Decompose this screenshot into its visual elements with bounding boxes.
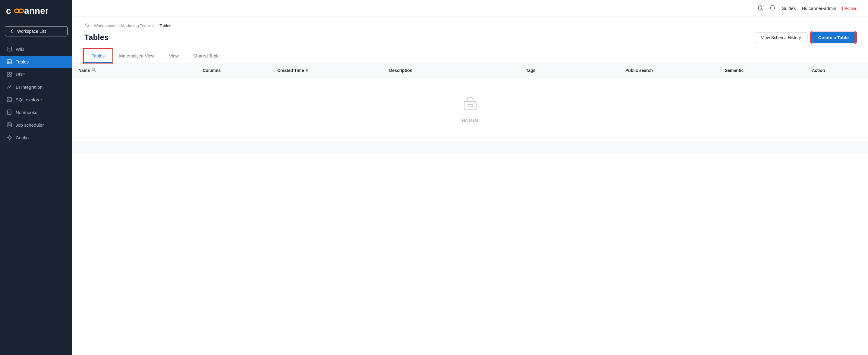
svg-point-28 (9, 137, 10, 138)
guides-link[interactable]: Guides (781, 6, 796, 11)
home-icon[interactable] (84, 23, 89, 29)
col-header-columns: Columns (197, 63, 272, 78)
no-data-row: No Data (72, 78, 868, 141)
workspace-list-button[interactable]: Workspace List (5, 26, 67, 36)
sidebar-item-bi-integration[interactable]: BI Integration (0, 81, 72, 93)
sidebar-item-label: UDF (16, 72, 25, 77)
workspace-btn-label: Workspace List (17, 29, 46, 34)
sidebar: c anner Workspace List Wiki (0, 0, 72, 355)
main-content: Guides Hi, canner-admin Admin / Workspac… (72, 0, 868, 355)
breadcrumb-separator: / (91, 24, 92, 28)
sidebar-item-label: Wiki (16, 47, 24, 52)
udf-icon (7, 72, 12, 77)
table-header: Name Column (72, 63, 868, 78)
user-greeting: Hi, canner-admin (802, 6, 836, 11)
tab-materialized-view[interactable]: Materialized View (112, 49, 161, 63)
job-scheduler-icon (7, 122, 12, 128)
tab-shared-table[interactable]: Shared Table (186, 49, 227, 63)
canner-logo: c anner (6, 5, 48, 16)
sidebar-item-tables[interactable]: Tables (0, 56, 72, 68)
sidebar-item-udf[interactable]: UDF (0, 68, 72, 80)
svg-line-30 (761, 9, 763, 10)
svg-rect-27 (10, 125, 10, 126)
content-area: / Workspaces / Marketing Team / Tables T… (72, 17, 868, 355)
breadcrumb-separator: / (118, 24, 119, 28)
no-data-icon (462, 96, 478, 113)
no-data-container: No Data (79, 96, 862, 123)
data-table: Name Column (72, 63, 868, 141)
svg-text:c: c (6, 6, 11, 15)
page-header: / Workspaces / Marketing Team / Tables T… (72, 17, 868, 49)
table-section: Name Column (72, 63, 868, 153)
breadcrumb-current: Tables (159, 24, 171, 28)
breadcrumb: / Workspaces / Marketing Team / Tables (84, 23, 856, 29)
page-wrapper: / Workspaces / Marketing Team / Tables T… (72, 17, 868, 355)
create-table-button[interactable]: Create a Table (811, 32, 856, 43)
table-body: No Data (72, 78, 868, 141)
sidebar-item-job-scheduler[interactable]: Job scheduler (0, 119, 72, 131)
col-header-action: Action (806, 63, 868, 78)
col-header-description: Description (383, 63, 520, 78)
svg-rect-23 (7, 123, 11, 127)
back-arrow-icon (9, 29, 14, 34)
config-icon (7, 135, 12, 140)
sidebar-item-wiki[interactable]: Wiki (0, 43, 72, 55)
svg-rect-8 (7, 60, 11, 64)
col-header-tags: Tags (520, 63, 619, 78)
tabs-bar: Tables Materialized View View Shared Tab… (72, 49, 868, 63)
sidebar-item-config[interactable]: Config (0, 132, 72, 143)
name-search-icon[interactable] (92, 68, 96, 73)
svg-point-31 (92, 68, 95, 71)
breadcrumb-workspaces[interactable]: Workspaces (94, 24, 116, 28)
no-data-text: No Data (79, 118, 862, 123)
sidebar-item-label: Tables (16, 59, 29, 64)
sidebar-item-label: Notebooks (16, 110, 37, 115)
breadcrumb-separator: / (156, 24, 158, 28)
col-header-name: Name (72, 63, 197, 78)
sidebar-navigation: Wiki Tables UDF (0, 41, 72, 146)
topbar: Guides Hi, canner-admin Admin (72, 0, 868, 17)
svg-rect-14 (7, 75, 9, 76)
tab-tables[interactable]: Tables (84, 49, 112, 63)
svg-rect-15 (10, 75, 11, 76)
view-schema-history-button[interactable]: View Schema History (755, 32, 807, 43)
svg-rect-26 (8, 125, 9, 126)
col-header-created-time[interactable]: Created Time (271, 63, 383, 78)
search-icon[interactable] (757, 5, 764, 12)
sort-icon (306, 69, 308, 72)
tables-icon (7, 59, 12, 64)
svg-text:anner: anner (24, 6, 48, 15)
sidebar-item-label: SQL explorer (16, 97, 42, 102)
svg-rect-13 (10, 72, 11, 74)
breadcrumb-team[interactable]: Marketing Team (121, 24, 155, 28)
sidebar-item-label: BI Integration (16, 84, 42, 90)
col-header-semantic: Semantic (719, 63, 806, 78)
svg-rect-33 (464, 101, 476, 110)
notebooks-icon (7, 109, 12, 115)
admin-badge: Admin (842, 6, 858, 11)
col-header-public-search: Public search (619, 63, 719, 78)
sidebar-item-label: Config (16, 135, 29, 140)
sidebar-item-notebooks[interactable]: Notebooks (0, 106, 72, 118)
logo: c anner (0, 0, 72, 22)
page-title: Tables (84, 33, 108, 42)
header-actions: View Schema History Create a Table (755, 32, 856, 43)
bi-integration-icon (7, 84, 12, 90)
svg-rect-12 (7, 72, 9, 74)
sidebar-item-sql-explorer[interactable]: SQL explorer (0, 94, 72, 106)
svg-rect-25 (10, 123, 10, 125)
svg-line-32 (95, 71, 96, 72)
svg-rect-34 (468, 104, 472, 107)
tab-view[interactable]: View (162, 49, 186, 63)
sidebar-item-label: Job scheduler (16, 122, 44, 128)
notifications-icon[interactable] (770, 5, 775, 12)
svg-rect-24 (8, 123, 9, 125)
chevron-down-icon (151, 24, 155, 28)
svg-rect-18 (7, 110, 11, 115)
wiki-icon (7, 46, 12, 52)
page-title-row: Tables View Schema History Create a Tabl… (84, 32, 856, 49)
sql-explorer-icon (7, 97, 12, 102)
